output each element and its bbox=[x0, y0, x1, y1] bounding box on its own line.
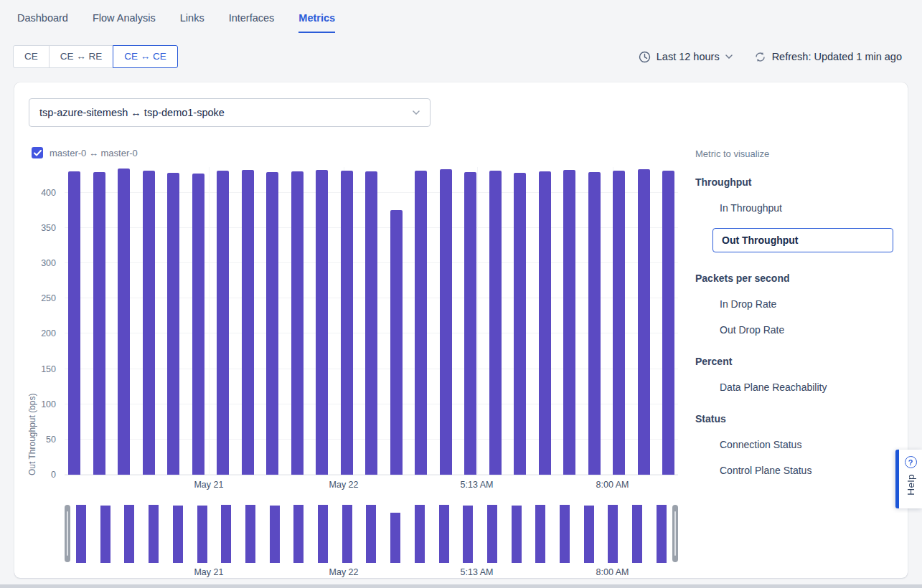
bar bbox=[341, 171, 353, 475]
bar bbox=[632, 505, 642, 563]
clock-icon bbox=[639, 51, 651, 63]
bottom-divider bbox=[0, 584, 922, 588]
nav-item-flow-analysis[interactable]: Flow Analysis bbox=[93, 12, 156, 33]
bar bbox=[167, 173, 179, 475]
time-range-dropdown[interactable]: Last 12 hours bbox=[639, 51, 733, 63]
y-tick-label: 200 bbox=[41, 328, 56, 338]
chevron-down-icon bbox=[725, 54, 733, 59]
chart-column: master-0 ↔ master-0 Out Throughput (bps)… bbox=[29, 143, 678, 582]
x-axis-labels: May 21May 225:13 AM8:00 AM bbox=[65, 478, 678, 494]
metric-item-out-throughput[interactable]: Out Throughput bbox=[712, 228, 893, 252]
bar bbox=[242, 170, 254, 475]
metric-groups: ThroughputIn ThroughputOut ThroughputPac… bbox=[695, 176, 893, 476]
brush-handle-right[interactable] bbox=[672, 505, 678, 562]
bar bbox=[535, 505, 545, 563]
y-tick-label: 250 bbox=[41, 293, 56, 303]
metric-item-data-plane-reachability[interactable]: Data Plane Reachability bbox=[720, 381, 893, 393]
bar bbox=[76, 505, 86, 563]
y-tick-label: 350 bbox=[41, 223, 56, 233]
bar bbox=[221, 505, 231, 563]
bar bbox=[366, 505, 376, 563]
brush-x-axis-labels: May 21May 225:13 AM8:00 AM bbox=[65, 566, 678, 582]
bar bbox=[124, 505, 134, 564]
y-tick-label: 300 bbox=[41, 258, 56, 268]
nav-item-dashboard[interactable]: Dashboard bbox=[17, 12, 68, 33]
brush-chart[interactable] bbox=[65, 504, 678, 563]
metric-group-header-status: Status bbox=[695, 413, 893, 425]
main-chart: 050100150200250300350400 bbox=[65, 167, 678, 475]
toolbar-right: Last 12 hours Refresh: Updated 1 min ago bbox=[639, 51, 902, 63]
x-tick-label: 5:13 AM bbox=[461, 480, 494, 490]
top-nav: DashboardFlow AnalysisLinksInterfacesMet… bbox=[0, 0, 922, 33]
metric-item-connection-status[interactable]: Connection Status bbox=[720, 439, 893, 450]
bar bbox=[318, 505, 328, 563]
x-tick-label: 8:00 AM bbox=[596, 567, 629, 577]
pair-select[interactable]: tsp-azure-sitemesh ↔ tsp-demo1-spoke bbox=[29, 98, 431, 127]
tab-ce-re[interactable]: CE ↔ RE bbox=[49, 45, 114, 68]
brush-bars-group bbox=[65, 504, 678, 563]
bar bbox=[390, 210, 403, 475]
nav-item-metrics[interactable]: Metrics bbox=[298, 12, 335, 33]
bar bbox=[560, 505, 570, 563]
refresh-icon bbox=[754, 51, 766, 63]
x-tick-label: 5:13 AM bbox=[461, 567, 494, 577]
y-tick-label: 100 bbox=[41, 399, 56, 409]
bar bbox=[440, 169, 452, 475]
bar bbox=[143, 171, 155, 475]
series-legend: master-0 ↔ master-0 bbox=[32, 147, 678, 158]
bar bbox=[365, 171, 377, 475]
help-tab[interactable]: ? Help bbox=[895, 450, 922, 508]
bar bbox=[514, 173, 526, 475]
series-label: master-0 ↔ master-0 bbox=[50, 148, 138, 158]
y-tick-label: 50 bbox=[46, 435, 56, 445]
toolbar: CECE ↔ RECE ↔ CE Last 12 hours Refresh: … bbox=[0, 33, 922, 68]
refresh-label: Refresh: Updated 1 min ago bbox=[772, 51, 902, 62]
metric-group-header-packets-per-second: Packets per second bbox=[695, 272, 893, 284]
metric-item-in-throughput[interactable]: In Throughput bbox=[720, 202, 893, 214]
page: DashboardFlow AnalysisLinksInterfacesMet… bbox=[0, 0, 922, 578]
pair-select-value: tsp-azure-sitemesh ↔ tsp-demo1-spoke bbox=[39, 107, 225, 118]
metric-panel: Metric to visualize ThroughputIn Through… bbox=[678, 143, 893, 582]
bar bbox=[342, 505, 352, 563]
chevron-down-icon bbox=[413, 110, 420, 115]
metric-group-header-percent: Percent bbox=[695, 356, 893, 367]
x-tick-label: May 21 bbox=[194, 567, 223, 577]
bars-group bbox=[65, 167, 678, 475]
bar bbox=[270, 506, 280, 564]
bar bbox=[100, 506, 110, 564]
help-icon: ? bbox=[905, 456, 917, 468]
bar bbox=[657, 505, 667, 563]
bar bbox=[563, 170, 575, 475]
metric-item-out-drop-rate[interactable]: Out Drop Rate bbox=[720, 324, 893, 336]
metric-item-in-drop-rate[interactable]: In Drop Rate bbox=[720, 298, 893, 310]
bar bbox=[415, 505, 425, 563]
refresh-control[interactable]: Refresh: Updated 1 min ago bbox=[754, 51, 902, 63]
series-checkbox[interactable] bbox=[32, 147, 43, 158]
bar bbox=[291, 171, 304, 475]
nav-item-links[interactable]: Links bbox=[180, 12, 204, 33]
bar bbox=[245, 505, 255, 563]
bar bbox=[638, 169, 650, 475]
metric-item-control-plane-status[interactable]: Control Plane Status bbox=[720, 465, 893, 476]
bar bbox=[584, 506, 594, 564]
x-tick-label: May 21 bbox=[194, 480, 223, 490]
metric-group-header-throughput: Throughput bbox=[695, 176, 893, 188]
bar bbox=[197, 506, 207, 563]
brush-handle-left[interactable] bbox=[65, 505, 70, 562]
nav-item-interfaces[interactable]: Interfaces bbox=[229, 12, 275, 33]
bar bbox=[316, 170, 328, 475]
bar bbox=[149, 505, 159, 563]
bar bbox=[464, 172, 476, 475]
help-label: Help bbox=[905, 474, 916, 495]
bar bbox=[68, 171, 80, 475]
bar bbox=[118, 169, 130, 475]
tab-ce[interactable]: CE bbox=[13, 45, 50, 68]
bar bbox=[390, 513, 400, 564]
x-tick-label: May 22 bbox=[329, 567, 359, 577]
view-tabs: CECE ↔ RECE ↔ CE bbox=[13, 45, 178, 68]
x-tick-label: May 22 bbox=[329, 480, 359, 490]
tab-ce-ce[interactable]: CE ↔ CE bbox=[113, 45, 178, 68]
content-row: master-0 ↔ master-0 Out Throughput (bps)… bbox=[29, 143, 893, 582]
y-tick-label: 400 bbox=[41, 188, 56, 198]
bar bbox=[192, 174, 204, 475]
